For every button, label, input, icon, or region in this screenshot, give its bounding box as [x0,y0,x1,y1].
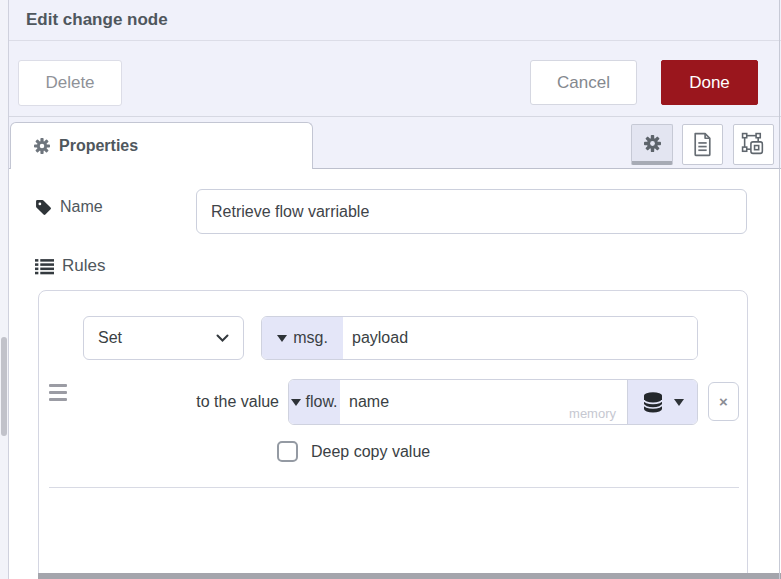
rules-label-text: Rules [62,256,105,276]
dialog-header: Edit change node [9,0,781,41]
description-section-button[interactable] [682,124,723,165]
source-property-input[interactable]: name memory [340,380,627,424]
dialog-title: Edit change node [9,10,168,30]
gear-icon [644,135,661,152]
target-type-label: msg. [293,329,328,347]
left-scrollbar-track[interactable] [0,0,9,579]
deep-copy-label: Deep copy value [311,443,430,461]
appearance-section-button[interactable] [733,124,774,165]
delete-button[interactable]: Delete [18,60,122,106]
source-property-value: name [349,393,389,411]
tab-properties[interactable]: Properties [10,122,313,169]
target-property-input[interactable]: payload [343,317,697,359]
chevron-down-icon [216,334,229,343]
source-type-dropdown[interactable]: flow. [289,380,340,424]
rule-action-select[interactable]: Set [83,316,244,360]
description-icon [692,132,713,157]
done-button[interactable]: Done [661,60,758,105]
target-property-value: payload [352,329,408,347]
deep-copy-checkbox[interactable] [277,441,298,462]
close-icon: × [719,393,728,410]
tag-icon [35,199,52,216]
dialog-button-row: Delete Cancel Done [9,41,781,117]
rules-section-label: Rules [35,256,105,276]
store-hint-label: memory [569,406,616,421]
tab-properties-label: Properties [59,137,138,155]
list-icon [35,258,54,275]
dialog-right-border [779,0,780,579]
left-scrollbar-thumb[interactable] [1,337,7,436]
cancel-button[interactable]: Cancel [530,60,637,105]
rule-divider [49,487,739,488]
database-icon [641,392,665,413]
caret-down-icon [291,399,301,406]
caret-down-icon [277,335,287,342]
deep-copy-option[interactable]: Deep copy value [277,441,430,462]
gear-icon [34,138,50,154]
properties-section-button[interactable] [631,124,673,165]
rule-action-value: Set [98,329,122,347]
rule-target-typed-input: msg. payload [261,316,698,360]
bottom-toolbar-edge [38,573,781,579]
edit-change-node-dialog: Edit change node Delete Cancel Done [0,0,781,579]
source-type-label: flow. [305,393,337,411]
appearance-icon [741,132,766,157]
remove-rule-button[interactable]: × [708,382,739,421]
rule-source-typed-input: flow. name memory [288,379,698,425]
name-input[interactable] [196,189,747,234]
rule-container: Set msg. payload to the value [38,290,748,579]
name-label-text: Name [60,198,103,216]
rule-connector-label: to the value [99,379,279,425]
tab-bar: Properties [9,117,781,169]
rule-drag-handle[interactable] [49,384,67,401]
target-type-dropdown[interactable]: msg. [262,317,343,359]
caret-down-icon [674,399,684,406]
context-store-button[interactable] [627,380,697,424]
name-field-label: Name [35,198,103,216]
